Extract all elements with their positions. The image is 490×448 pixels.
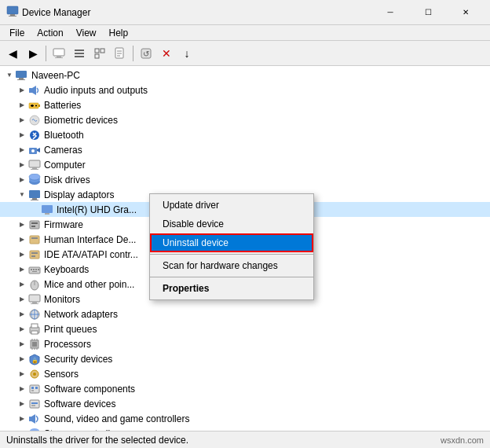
hid-toggle[interactable]: ▶ (16, 233, 28, 246)
display-label: Display adaptors (44, 189, 114, 200)
biometric-label: Biometric devices (44, 115, 118, 126)
sw-devices-toggle[interactable]: ▶ (16, 398, 28, 410)
tree-item-biometric[interactable]: ▶ Biometric devices (0, 112, 490, 127)
network-toggle[interactable]: ▶ (16, 308, 28, 321)
sw-components-toggle[interactable]: ▶ (16, 383, 28, 395)
root-toggle[interactable]: ▼ (3, 69, 16, 82)
context-menu-update-driver[interactable]: Update driver (150, 196, 313, 215)
svg-rect-50 (31, 255, 35, 257)
sound-toggle[interactable]: ▶ (16, 413, 28, 425)
toolbar: ◀ ▶ ↺ (0, 41, 490, 66)
svg-rect-34 (31, 169, 38, 170)
keyboards-toggle[interactable]: ▶ (16, 263, 28, 276)
print-toggle[interactable]: ▶ (16, 323, 28, 336)
security-icon: 🔒 (28, 353, 41, 365)
cameras-toggle[interactable]: ▶ (16, 144, 28, 156)
svg-rect-60 (32, 302, 37, 303)
tree-item-security[interactable]: ▶ 🔒 Security devices (0, 351, 490, 366)
biometric-toggle[interactable]: ▶ (16, 114, 28, 127)
storage-icon (28, 428, 41, 431)
tree-root[interactable]: ▼ Naveen-PC (0, 68, 490, 83)
sw-components-icon (28, 383, 41, 395)
monitors-label: Monitors (44, 294, 80, 305)
toolbar-sep-2 (133, 46, 133, 61)
tree-item-batteries[interactable]: ▶ Batteries (0, 97, 490, 112)
tree-item-sensors[interactable]: ▶ Sensors (0, 366, 490, 381)
tree-root-label: Naveen-PC (31, 70, 80, 81)
tree-item-computer[interactable]: ▶ Computer (0, 157, 490, 172)
tree-item-cameras[interactable]: ▶ Cameras (0, 142, 490, 157)
batteries-label: Batteries (44, 100, 81, 111)
minimize-button[interactable]: ─ (372, 0, 408, 25)
tree-item-disk[interactable]: ▶ Disk drives (0, 172, 490, 187)
storage-label: Storage controllers (44, 428, 123, 431)
svg-rect-59 (29, 295, 40, 302)
tree-item-print[interactable]: ▶ Print queues (0, 321, 490, 336)
menu-help[interactable]: Help (103, 26, 135, 40)
disk-label: Disk drives (44, 174, 90, 185)
tree-item-bluetooth[interactable]: ▶ Bluetooth (0, 127, 490, 142)
tree-item-sw-devices[interactable]: ▶ Software devices (0, 396, 490, 411)
monitors-toggle[interactable]: ▶ (16, 293, 28, 306)
properties-button[interactable] (111, 44, 130, 63)
sound-label: Sound, video and game controllers (44, 413, 189, 424)
expand-button[interactable] (90, 44, 109, 63)
svg-rect-87 (29, 417, 31, 421)
update-driver-button[interactable]: ↺ (137, 44, 155, 63)
svg-rect-82 (35, 387, 38, 389)
context-menu-properties[interactable]: Properties (150, 279, 313, 298)
bluetooth-toggle[interactable]: ▶ (16, 129, 28, 141)
svg-rect-52 (31, 269, 32, 270)
tree-item-storage[interactable]: ▶ Storage controllers (0, 426, 490, 431)
svg-rect-38 (29, 190, 40, 198)
tree-item-processors[interactable]: ▶ Processors (0, 336, 490, 351)
firmware-toggle[interactable]: ▶ (16, 218, 28, 231)
tree-item-sw-components[interactable]: ▶ Software components (0, 381, 490, 396)
computer-toggle[interactable]: ▶ (16, 159, 28, 171)
uninstall-button[interactable]: ✕ (157, 44, 176, 63)
sensors-toggle[interactable]: ▶ (16, 368, 28, 380)
computer-icon (16, 69, 28, 82)
bluetooth-icon (28, 129, 41, 141)
hid-icon (28, 233, 41, 246)
firmware-label: Firmware (44, 219, 83, 230)
ide-toggle[interactable]: ▶ (16, 248, 28, 261)
context-menu-scan[interactable]: Scan for hardware changes (150, 256, 313, 275)
menu-view[interactable]: View (70, 26, 103, 40)
menu-action[interactable]: Action (31, 26, 69, 40)
menu-file[interactable]: File (3, 26, 31, 40)
processors-toggle[interactable]: ▶ (16, 338, 28, 351)
print-icon (28, 323, 41, 336)
disk-toggle[interactable]: ▶ (16, 174, 28, 186)
toolbar-sep-1 (46, 46, 46, 61)
forward-button[interactable]: ▶ (24, 44, 42, 63)
svg-rect-3 (53, 49, 64, 56)
svg-rect-49 (31, 252, 38, 254)
back-button[interactable]: ◀ (3, 44, 22, 63)
mice-toggle[interactable]: ▶ (16, 278, 28, 291)
tree-item-audio[interactable]: ▶ Audio inputs and outputs (0, 83, 490, 97)
display-toggle[interactable]: ▼ (16, 189, 28, 201)
audio-toggle[interactable]: ▶ (16, 84, 28, 97)
monitors-icon (28, 293, 41, 306)
storage-toggle[interactable]: ▶ (16, 428, 28, 431)
tree-item-network[interactable]: ▶ Network adapters (0, 307, 490, 321)
close-button[interactable]: ✕ (448, 0, 484, 25)
tree-item-sound[interactable]: ▶ Sound, video and game controllers (0, 411, 490, 426)
svg-rect-18 (16, 71, 27, 78)
security-toggle[interactable]: ▶ (16, 353, 28, 365)
svg-point-90 (30, 428, 39, 431)
context-menu-uninstall-device[interactable]: Uninstall device (150, 233, 313, 252)
computer-icon-btn[interactable] (49, 44, 68, 63)
svg-rect-42 (45, 213, 49, 215)
batteries-toggle[interactable]: ▶ (16, 99, 28, 112)
maximize-button[interactable]: ☐ (410, 0, 446, 25)
sw-devices-icon (28, 398, 41, 410)
bluetooth-label: Bluetooth (44, 130, 84, 141)
svg-marker-30 (37, 148, 40, 152)
status-bar: Uninstalls the driver for the selected d… (0, 431, 490, 448)
collapse-button[interactable] (70, 44, 89, 63)
svg-rect-56 (32, 271, 37, 272)
scan-button[interactable]: ↓ (177, 44, 196, 63)
context-menu-disable-device[interactable]: Disable device (150, 215, 313, 233)
